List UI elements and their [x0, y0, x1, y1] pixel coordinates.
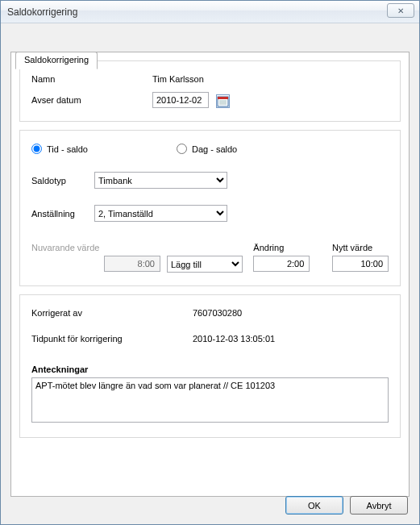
close-icon: ✕	[397, 6, 404, 15]
radio-tid-input[interactable]	[31, 144, 42, 154]
anteckningar-label: Anteckningar	[31, 365, 389, 374]
titlebar: Saldokorrigering ✕	[1, 1, 419, 23]
close-button[interactable]: ✕	[387, 3, 414, 18]
saldotyp-label: Saldotyp	[31, 176, 94, 185]
saldotyp-select[interactable]: Timbank	[94, 172, 227, 189]
anteckningar-textarea[interactable]	[31, 377, 389, 423]
cancel-button[interactable]: Avbryt	[350, 496, 408, 515]
new-value-input[interactable]	[332, 256, 389, 272]
group-saldo: Tid - saldo Dag - saldo Saldotyp Timbank	[19, 130, 401, 286]
change-label: Ändring	[253, 243, 332, 252]
avser-datum-input[interactable]	[152, 92, 209, 108]
anstallning-label: Anställning	[31, 209, 94, 219]
korrigerat-av-label: Korrigerat av	[31, 308, 193, 318]
change-input[interactable]	[253, 256, 310, 272]
avser-datum-label: Avser datum	[31, 95, 152, 105]
current-value-input	[104, 256, 160, 272]
korrigerat-av-value: 7607030280	[193, 308, 242, 318]
calendar-button[interactable]	[216, 94, 230, 108]
svg-rect-1	[218, 97, 228, 99]
tidpunkt-value: 2010-12-03 13:05:01	[193, 334, 275, 344]
tab-label: Saldokorrigering	[24, 55, 89, 65]
tab-container: Saldokorrigering Namn Tim Karlsson Avser…	[10, 52, 410, 497]
tidpunkt-label: Tidpunkt för korrigering	[31, 334, 193, 344]
name-value: Tim Karlsson	[152, 74, 389, 84]
radio-dag-saldo[interactable]: Dag - saldo	[177, 144, 237, 154]
ok-button[interactable]: OK	[285, 496, 343, 515]
button-row: OK Avbryt	[285, 496, 408, 515]
radio-dag-label: Dag - saldo	[192, 144, 237, 154]
radio-tid-label: Tid - saldo	[47, 144, 88, 154]
calendar-icon	[217, 95, 229, 107]
group-meta: Korrigerat av 7607030280 Tidpunkt för ko…	[19, 294, 401, 438]
operation-select[interactable]: Lägg till	[167, 256, 243, 273]
radio-tid-saldo[interactable]: Tid - saldo	[31, 144, 88, 154]
tab-saldokorrigering[interactable]: Saldokorrigering	[15, 52, 98, 69]
current-value-label: Nuvarande värde	[31, 243, 167, 252]
new-value-label: Nytt värde	[332, 243, 389, 252]
dialog-window: Saldokorrigering ✕ Saldokorrigering Namn…	[0, 0, 420, 525]
name-label: Namn	[31, 74, 152, 84]
anstallning-select[interactable]: 2, Timanställd	[94, 205, 227, 222]
radio-dag-input[interactable]	[177, 144, 187, 154]
tab-panel: Namn Tim Karlsson Avser datum	[10, 52, 410, 497]
group-identity: Namn Tim Karlsson Avser datum	[19, 60, 401, 122]
dialog-body: Saldokorrigering Namn Tim Karlsson Avser…	[1, 23, 419, 524]
window-title: Saldokorrigering	[7, 6, 77, 18]
